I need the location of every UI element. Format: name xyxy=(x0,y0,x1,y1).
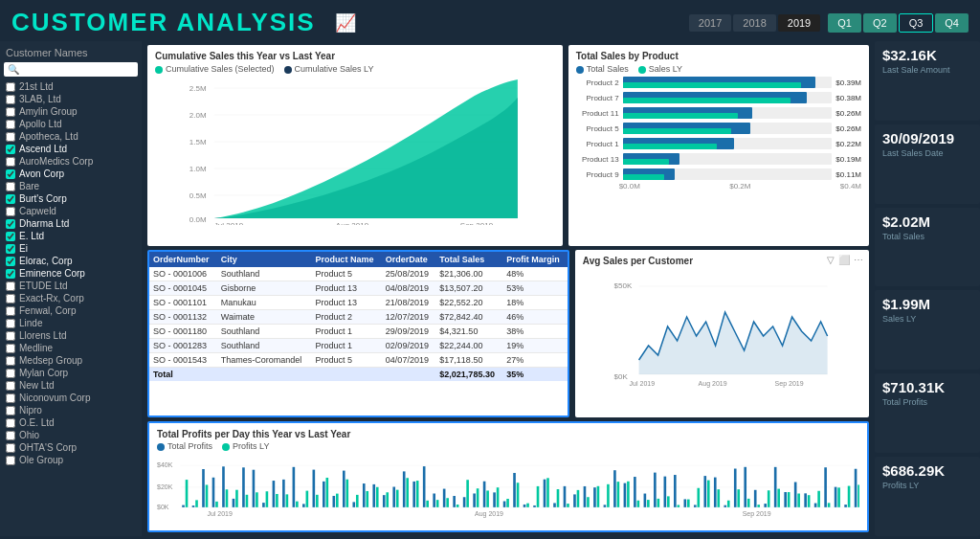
customer-item[interactable]: ETUDE Ltd xyxy=(4,280,138,292)
customer-checkbox[interactable] xyxy=(6,132,15,142)
profit-bar-ly xyxy=(396,490,399,507)
profit-bar-ly xyxy=(768,490,770,507)
profit-bar xyxy=(343,471,345,507)
customer-item[interactable]: Dharma Ltd xyxy=(4,217,138,230)
customer-item[interactable]: 21st Ltd xyxy=(4,80,138,93)
customer-checkbox[interactable] xyxy=(6,232,15,241)
customer-checkbox[interactable] xyxy=(6,244,15,254)
customer-checkbox[interactable] xyxy=(6,257,15,266)
customer-item[interactable]: Apollo Ltd xyxy=(4,118,138,130)
customer-item[interactable]: Ei xyxy=(4,242,138,255)
customer-checkbox[interactable] xyxy=(6,344,15,353)
customer-checkbox[interactable] xyxy=(6,169,15,179)
customer-item[interactable]: Avon Corp xyxy=(4,168,138,180)
customer-item[interactable]: Medline xyxy=(4,342,138,354)
stat-label: Total Sales xyxy=(882,232,972,241)
customer-checkbox[interactable] xyxy=(6,418,15,428)
customer-checkbox[interactable] xyxy=(6,294,15,303)
customer-item[interactable]: 3LAB, Ltd xyxy=(4,93,138,105)
table-cell: Product 2 xyxy=(311,310,381,325)
customer-checkbox[interactable] xyxy=(6,319,15,328)
customer-item[interactable]: Linde xyxy=(4,317,138,329)
more-icon[interactable]: ⋯ xyxy=(854,255,863,265)
customer-checkbox[interactable] xyxy=(6,281,15,291)
customer-item[interactable]: OHTA'S Corp xyxy=(4,441,138,454)
year-tab-2018[interactable]: 2018 xyxy=(733,14,775,32)
profit-bar xyxy=(242,467,245,507)
customer-checkbox[interactable] xyxy=(6,82,15,92)
customer-checkbox[interactable] xyxy=(6,194,15,204)
customer-name: Nipro xyxy=(19,405,42,415)
profit-bar-ly xyxy=(246,495,249,507)
year-tab-2019[interactable]: 2019 xyxy=(778,14,820,32)
customer-item[interactable]: Llorens Ltd xyxy=(4,329,138,342)
table-body: SO - 0001006SouthlandProduct 525/08/2019… xyxy=(149,267,568,368)
quarter-tab-q4[interactable]: Q4 xyxy=(935,13,969,33)
customer-checkbox[interactable] xyxy=(6,306,15,316)
product-label: Product 5 xyxy=(576,124,619,133)
table-cell: SO - 0001045 xyxy=(149,281,217,296)
expand-icon[interactable]: ⬜ xyxy=(838,255,850,265)
customer-checkbox[interactable] xyxy=(6,443,15,453)
table-header-row: OrderNumber City Product Name OrderDate … xyxy=(149,252,568,267)
customer-name: O.E. Ltd xyxy=(19,417,55,428)
customer-checkbox[interactable] xyxy=(6,393,15,403)
customer-checkbox[interactable] xyxy=(6,219,15,229)
quarter-tab-q1[interactable]: Q1 xyxy=(828,13,861,33)
customer-checkbox[interactable] xyxy=(6,107,15,117)
profit-bar xyxy=(443,489,446,507)
customer-item[interactable]: Niconovum Corp xyxy=(4,392,138,404)
customer-item[interactable]: Capweld xyxy=(4,205,138,217)
customer-checkbox[interactable] xyxy=(6,182,15,191)
customer-checkbox[interactable] xyxy=(6,95,15,104)
customer-item[interactable]: O.E. Ltd xyxy=(4,416,138,429)
customer-item[interactable]: E. Ltd xyxy=(4,230,138,242)
quarter-tab-q2[interactable]: Q2 xyxy=(863,13,897,33)
customer-checkbox[interactable] xyxy=(6,381,15,391)
customer-item[interactable]: Elorac, Corp xyxy=(4,255,138,267)
customer-checkbox[interactable] xyxy=(6,431,15,440)
customer-checkbox[interactable] xyxy=(6,406,15,415)
table-row: SO - 0001132WaimateProduct 212/07/2019$7… xyxy=(149,310,568,325)
customer-checkbox[interactable] xyxy=(6,456,15,465)
customer-checkbox[interactable] xyxy=(6,369,15,378)
search-input[interactable] xyxy=(21,64,134,75)
quarter-tab-q3[interactable]: Q3 xyxy=(899,13,934,33)
profit-bar-ly xyxy=(788,492,791,507)
customer-checkbox[interactable] xyxy=(6,269,15,279)
customer-item[interactable]: Burt's Corp xyxy=(4,192,138,205)
customer-checkbox[interactable] xyxy=(6,207,15,216)
customer-item[interactable]: AuroMedics Corp xyxy=(4,155,138,168)
profit-bar xyxy=(222,466,225,507)
customer-checkbox[interactable] xyxy=(6,120,15,129)
customer-name: Llorens Ltd xyxy=(19,330,66,341)
table-cell: Gisborne xyxy=(217,281,312,296)
customer-checkbox[interactable] xyxy=(6,157,15,167)
customer-item[interactable]: Ole Group xyxy=(4,454,138,466)
customer-item[interactable]: Mylan Corp xyxy=(4,367,138,379)
customer-item[interactable]: Eminence Corp xyxy=(4,267,138,280)
customer-item[interactable]: Fenwal, Corp xyxy=(4,304,138,317)
customer-checkbox[interactable] xyxy=(6,331,15,341)
customer-item[interactable]: Apotheca, Ltd xyxy=(4,130,138,143)
filter-icon[interactable]: ▽ xyxy=(827,255,835,265)
customer-item[interactable]: Medsep Group xyxy=(4,354,138,367)
customer-item[interactable]: Bare xyxy=(4,180,138,192)
svg-text:0.0M: 0.0M xyxy=(189,215,207,224)
customer-checkbox[interactable] xyxy=(6,356,15,366)
search-box[interactable]: 🔍 xyxy=(4,62,138,77)
stat-value: $1.99M xyxy=(882,296,972,312)
customer-checkbox[interactable] xyxy=(6,145,15,154)
year-tab-2017[interactable]: 2017 xyxy=(689,14,731,32)
customer-item[interactable]: Exact-Rx, Corp xyxy=(4,292,138,304)
customer-item[interactable]: Ascend Ltd xyxy=(4,143,138,155)
customer-item[interactable]: New Ltd xyxy=(4,379,138,392)
profit-bar xyxy=(544,480,546,507)
customer-item[interactable]: Nipro xyxy=(4,404,138,416)
product-value: $0.22M xyxy=(835,140,861,148)
customer-item[interactable]: Amylin Group xyxy=(4,105,138,118)
customer-item[interactable]: Ohio xyxy=(4,429,138,441)
table-cell: Manukau xyxy=(217,296,312,310)
profit-bar xyxy=(734,469,737,507)
profit-bar xyxy=(463,497,466,507)
